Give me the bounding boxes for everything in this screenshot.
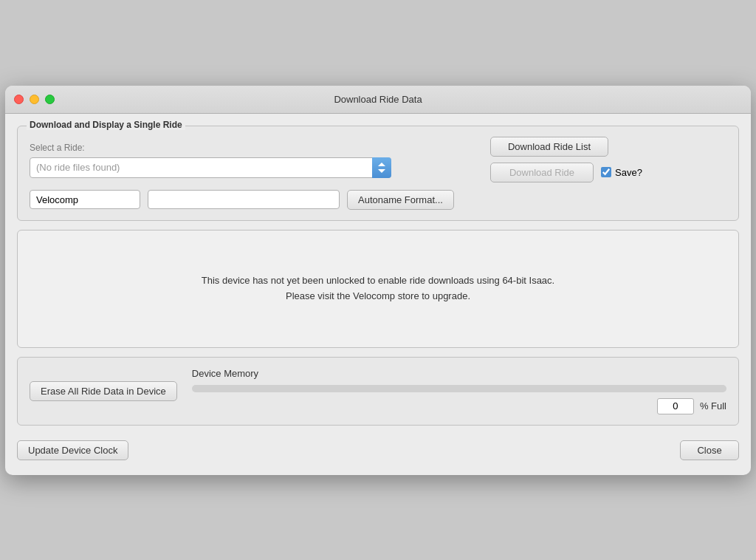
titlebar: Download Ride Data — [5, 86, 751, 114]
single-ride-section: Download and Display a Single Ride Selec… — [17, 126, 739, 221]
window-title: Download Ride Data — [334, 94, 422, 105]
main-window: Download Ride Data Download and Display … — [5, 86, 751, 475]
percent-input[interactable] — [657, 398, 694, 414]
download-ride-list-button[interactable]: Download Ride List — [490, 137, 608, 157]
percent-label: % Full — [700, 400, 726, 412]
close-traffic-light[interactable] — [14, 95, 24, 104]
traffic-lights — [14, 95, 55, 104]
close-button[interactable]: Close — [680, 440, 739, 460]
select-ride-label: Select a Ride: — [30, 143, 490, 153]
footer-row: Update Device Clock Close — [17, 434, 739, 463]
section-label: Download and Display a Single Ride — [27, 120, 185, 130]
ride-select[interactable]: (No ride files found) — [30, 157, 391, 178]
memory-progress-bar — [192, 385, 726, 392]
download-row: Download Ride Save? — [490, 163, 642, 182]
window-content: Download and Display a Single Ride Selec… — [5, 114, 751, 475]
top-row: Select a Ride: (No ride files found) Dow… — [30, 137, 726, 182]
ride-select-wrapper: (No ride files found) — [30, 157, 391, 178]
save-label: Save? — [615, 167, 642, 178]
message-text: This device has not yet been unlocked to… — [202, 273, 554, 304]
autoname-format-button[interactable]: Autoname Format... — [347, 190, 454, 210]
bottom-section: Erase All Ride Data in Device Device Mem… — [17, 357, 739, 426]
save-area: Save? — [601, 167, 642, 178]
minimize-traffic-light[interactable] — [30, 95, 39, 104]
erase-all-button[interactable]: Erase All Ride Data in Device — [30, 381, 177, 401]
name-row: Autoname Format... — [30, 190, 726, 210]
update-device-clock-button[interactable]: Update Device Clock — [17, 440, 128, 460]
left-col: Select a Ride: (No ride files found) — [30, 137, 490, 178]
right-col: Download Ride List Download Ride Save? — [490, 137, 726, 182]
bottom-section-content: Erase All Ride Data in Device Device Mem… — [30, 368, 726, 414]
percent-row: % Full — [192, 398, 726, 414]
memory-label: Device Memory — [192, 368, 726, 379]
name-input-1[interactable] — [30, 190, 140, 209]
maximize-traffic-light[interactable] — [45, 95, 55, 104]
name-input-2[interactable] — [148, 190, 340, 209]
memory-info: Device Memory % Full — [192, 368, 726, 414]
download-ride-button[interactable]: Download Ride — [490, 163, 594, 182]
message-box: This device has not yet been unlocked to… — [17, 230, 739, 348]
save-checkbox[interactable] — [601, 167, 611, 177]
